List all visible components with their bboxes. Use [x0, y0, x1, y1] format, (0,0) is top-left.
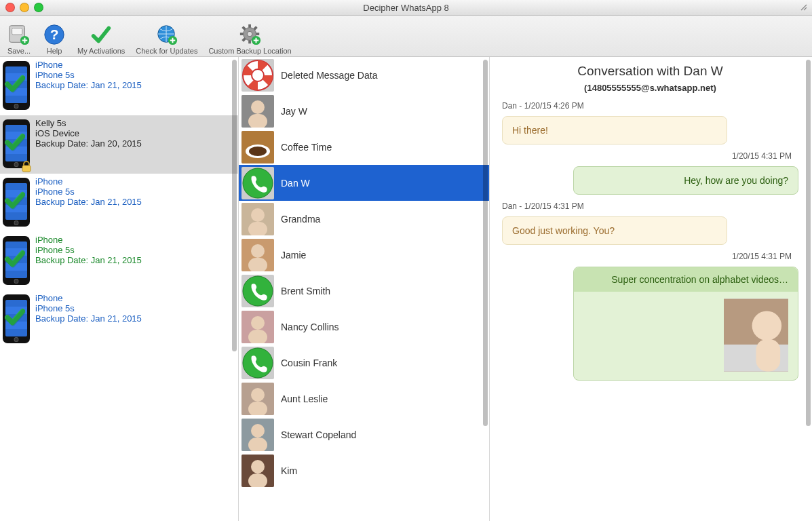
- contact-item[interactable]: Stewart Copeland: [239, 417, 489, 452]
- checkmark-icon: [89, 22, 113, 47]
- zoom-window-button[interactable]: [34, 3, 43, 12]
- device-item[interactable]: iPhoneiPhone 5sBackup Date: Jan 21, 2015: [0, 174, 238, 232]
- contact-name: Cousin Frank: [274, 358, 337, 368]
- contact-item[interactable]: Kim: [239, 452, 489, 488]
- avatar: [241, 419, 274, 451]
- device-model: iOS Device: [35, 128, 142, 138]
- device-item[interactable]: iPhoneiPhone 5sBackup Date: Jan 21, 2015: [0, 57, 238, 115]
- device-info: iPhoneiPhone 5sBackup Date: Jan 21, 2015: [35, 176, 142, 207]
- contact-name: Grandma: [274, 214, 320, 225]
- avatar: [241, 131, 274, 163]
- scrollbar[interactable]: [806, 60, 811, 426]
- avatar: [241, 167, 274, 199]
- help-button[interactable]: ? Help: [38, 22, 71, 55]
- message-timestamp: 1/20/15 4:31 PM: [502, 252, 798, 261]
- contact-name: Dan W: [274, 178, 310, 189]
- minimize-window-button[interactable]: [20, 3, 29, 12]
- device-thumbnail: [3, 176, 31, 229]
- contact-name: Brent Smith: [274, 286, 330, 296]
- svg-line-17: [254, 27, 256, 30]
- scrollbar[interactable]: [232, 60, 237, 351]
- device-info: Kelly 5siOS DeviceBackup Date: Jan 20, 2…: [35, 118, 142, 149]
- help-icon: ?: [42, 22, 66, 47]
- save-icon: [7, 22, 31, 47]
- device-backup-date: Backup Date: Jan 21, 2015: [35, 197, 142, 207]
- device-thumbnail: [3, 60, 31, 113]
- device-info: iPhoneiPhone 5sBackup Date: Jan 21, 2015: [35, 60, 142, 90]
- contact-name: Kim: [274, 465, 297, 476]
- svg-point-20: [251, 100, 265, 114]
- avatar: [241, 59, 274, 92]
- save-button[interactable]: Save...: [3, 22, 35, 55]
- device-item[interactable]: iPhoneiPhone 5sBackup Date: Jan 21, 2015: [0, 232, 238, 290]
- device-name: iPhone: [35, 60, 142, 70]
- contact-name: Jamie: [274, 250, 306, 260]
- device-name: iPhone: [35, 293, 142, 303]
- device-info: iPhoneiPhone 5sBackup Date: Jan 21, 2015: [35, 235, 142, 265]
- message-timestamp: Dan - 1/20/15 4:26 PM: [502, 101, 798, 111]
- incoming-message: Good just working. You?: [502, 216, 727, 245]
- svg-rect-33: [248, 330, 267, 343]
- contact-item[interactable]: Grandma: [239, 201, 489, 237]
- message-text: Hi there!: [512, 125, 548, 136]
- svg-rect-30: [248, 258, 267, 271]
- activations-button[interactable]: My Activations: [73, 22, 129, 55]
- device-backup-date: Backup Date: Jan 21, 2015: [35, 313, 142, 324]
- message-text: Super concentration on alphabet videos…: [574, 267, 798, 292]
- globe-icon: [155, 22, 179, 47]
- device-item[interactable]: iPhoneiPhone 5sBackup Date: Jan 21, 2015: [0, 290, 238, 349]
- svg-point-35: [251, 388, 265, 402]
- device-model: iPhone 5s: [35, 187, 142, 197]
- contact-list: Deleted Message DataJay WCoffee TimeDan …: [239, 57, 490, 521]
- svg-rect-46: [756, 339, 781, 372]
- device-backup-date: Backup Date: Jan 21, 2015: [35, 80, 142, 90]
- close-window-button[interactable]: [5, 3, 15, 12]
- device-item[interactable]: Kelly 5siOS DeviceBackup Date: Jan 20, 2…: [0, 115, 238, 174]
- svg-rect-39: [248, 438, 267, 451]
- avatar: [241, 95, 274, 128]
- device-model: iPhone 5s: [35, 70, 142, 80]
- toolbar: Save... ? Help My Activations: [0, 16, 812, 57]
- custom-backup-button[interactable]: Custom Backup Location: [204, 22, 295, 55]
- contact-name: Stewart Copeland: [274, 429, 356, 440]
- device-model: iPhone 5s: [35, 245, 142, 255]
- svg-point-32: [251, 316, 265, 330]
- window-title: Decipher WhatsApp 8: [0, 3, 812, 13]
- device-name: iPhone: [35, 176, 142, 187]
- device-info: iPhoneiPhone 5sBackup Date: Jan 21, 2015: [35, 293, 142, 324]
- contact-item[interactable]: Jay W: [239, 93, 489, 129]
- toolbar-label: Check for Updates: [136, 47, 197, 55]
- contact-item[interactable]: Dan W: [239, 165, 489, 201]
- window-controls: [0, 3, 43, 12]
- message-timestamp: 1/20/15 4:31 PM: [502, 151, 798, 161]
- svg-point-38: [251, 424, 265, 438]
- titlebar: Decipher WhatsApp 8: [0, 0, 812, 16]
- avatar: [241, 275, 274, 307]
- device-backup-date: Backup Date: Jan 20, 2015: [35, 138, 142, 149]
- message-attachment[interactable]: [724, 298, 788, 372]
- svg-line-16: [242, 39, 245, 41]
- svg-line-14: [242, 27, 245, 30]
- scrollbar[interactable]: [483, 60, 488, 426]
- contact-item[interactable]: Deleted Message Data: [239, 57, 489, 93]
- lock-icon: [20, 160, 33, 172]
- contact-item[interactable]: Brent Smith: [239, 273, 489, 309]
- svg-rect-42: [248, 474, 267, 487]
- contact-item[interactable]: Aunt Leslie: [239, 381, 489, 417]
- svg-point-24: [249, 147, 267, 156]
- contact-item[interactable]: Coffee Time: [239, 129, 489, 165]
- contact-item[interactable]: Nancy Collins: [239, 309, 489, 345]
- device-name: Kelly 5s: [35, 118, 142, 128]
- conversation-title: Conversation with Dan W: [502, 64, 798, 79]
- svg-rect-21: [248, 114, 267, 128]
- contact-item[interactable]: Cousin Frank: [239, 345, 489, 381]
- contact-name: Coffee Time: [274, 142, 332, 153]
- svg-point-29: [251, 244, 265, 258]
- device-list: iPhoneiPhone 5sBackup Date: Jan 21, 2015…: [0, 57, 239, 521]
- device-backup-date: Backup Date: Jan 21, 2015: [35, 255, 142, 265]
- toolbar-label: Help: [47, 47, 62, 55]
- check-updates-button[interactable]: Check for Updates: [132, 22, 201, 55]
- contact-item[interactable]: Jamie: [239, 237, 489, 273]
- resize-handle-icon[interactable]: [798, 2, 809, 13]
- svg-point-44: [752, 311, 782, 341]
